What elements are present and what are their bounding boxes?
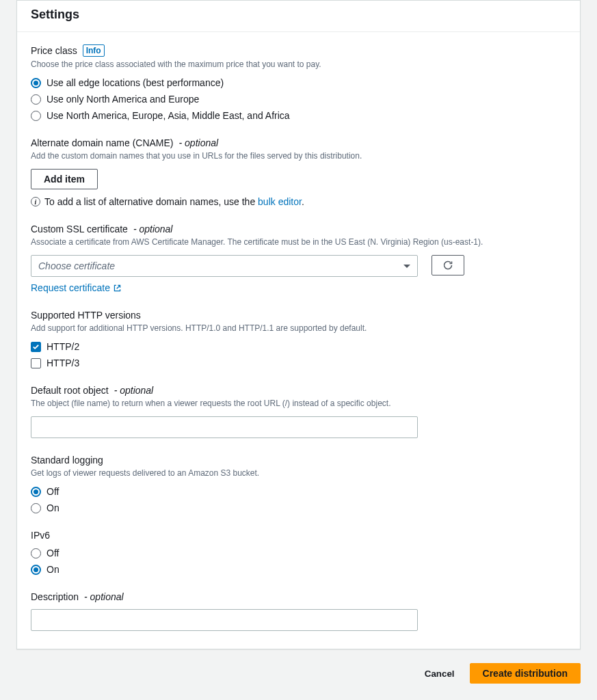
price-class-field: Price class Info Choose the price class … [31,44,566,121]
chevron-down-icon [403,265,410,268]
ipv6-option-on[interactable]: On [31,564,566,575]
option-label: Use North America, Europe, Asia, Middle … [47,110,290,121]
refresh-button[interactable] [432,255,464,275]
option-label: On [47,564,59,575]
optional-text: - optional [84,591,124,602]
refresh-icon [442,260,453,271]
optional-text: - optional [114,385,154,396]
checkbox-icon[interactable] [31,358,41,368]
settings-header: Settings [17,1,580,32]
info-icon: i [31,197,40,206]
checkbox-icon[interactable] [31,342,41,352]
price-class-option-na-eu-asia[interactable]: Use North America, Europe, Asia, Middle … [31,110,566,121]
footer: Cancel Create distribution [16,663,581,684]
radio-icon[interactable] [31,548,41,558]
price-class-option-all[interactable]: Use all edge locations (best performance… [31,77,566,88]
price-class-hint: Choose the price class associated with t… [31,58,566,70]
bulk-editor-link[interactable]: bulk editor [258,196,302,207]
radio-icon[interactable] [31,487,41,497]
optional-text: - optional [179,137,219,148]
logging-label: Standard logging [31,455,103,466]
cname-hint: Add the custom domain names that you use… [31,150,566,162]
radio-icon[interactable] [31,111,41,121]
link-text: Request certificate [31,282,110,293]
http-label: Supported HTTP versions [31,310,141,321]
description-label: Description [31,591,79,602]
root-object-hint: The object (file name) to return when a … [31,397,566,409]
ipv6-label: IPv6 [31,530,50,541]
add-item-button[interactable]: Add item [31,169,98,189]
external-link-icon [113,284,122,293]
ssl-label: Custom SSL certificate [31,224,128,234]
note-prefix: To add a list of alternative domain name… [44,196,258,207]
description-field: Description - optional [31,591,566,631]
logging-option-off[interactable]: Off [31,486,566,497]
price-class-label: Price class [31,45,77,56]
option-label: Use all edge locations (best performance… [47,77,224,88]
root-object-label: Default root object [31,385,109,396]
price-class-options: Use all edge locations (best performance… [31,77,566,121]
logging-hint: Get logs of viewer requests delivered to… [31,467,566,479]
logging-field: Standard logging Get logs of viewer requ… [31,455,566,513]
radio-icon[interactable] [31,565,41,575]
root-object-field: Default root object - optional The objec… [31,385,566,438]
radio-icon[interactable] [31,94,41,105]
radio-icon[interactable] [31,78,41,88]
note-suffix: . [302,196,304,207]
root-object-input[interactable] [31,416,418,438]
price-class-option-na-eu[interactable]: Use only North America and Europe [31,94,566,105]
create-distribution-button[interactable]: Create distribution [470,663,581,684]
option-label: Off [47,548,59,558]
option-label: HTTP/2 [47,341,79,352]
cname-label: Alternate domain name (CNAME) [31,137,174,148]
ssl-certificate-select[interactable]: Choose certificate [31,255,418,277]
http-versions-field: Supported HTTP versions Add support for … [31,310,566,368]
ssl-hint: Associate a certificate from AWS Certifi… [31,236,566,248]
description-input[interactable] [31,609,418,631]
http-hint: Add support for additional HTTP versions… [31,322,566,334]
info-badge[interactable]: Info [83,44,105,57]
optional-text: - optional [133,224,173,234]
http3-option[interactable]: HTTP/3 [31,358,566,368]
cancel-button[interactable]: Cancel [415,663,464,684]
radio-icon[interactable] [31,503,41,513]
settings-panel: Settings Price class Info Choose the pri… [16,0,581,649]
option-label: Off [47,486,59,497]
option-label: Use only North America and Europe [47,94,199,105]
panel-title: Settings [31,8,79,21]
request-certificate-link[interactable]: Request certificate [31,282,122,293]
http2-option[interactable]: HTTP/2 [31,341,566,352]
select-placeholder: Choose certificate [38,260,115,271]
option-label: On [47,502,59,513]
cname-field: Alternate domain name (CNAME) - optional… [31,137,566,207]
option-label: HTTP/3 [47,358,79,368]
ipv6-field: IPv6 Off On [31,530,566,575]
logging-option-on[interactable]: On [31,502,566,513]
cname-note: i To add a list of alternative domain na… [31,196,566,207]
ssl-field: Custom SSL certificate - optional Associ… [31,224,566,293]
ipv6-option-off[interactable]: Off [31,548,566,558]
